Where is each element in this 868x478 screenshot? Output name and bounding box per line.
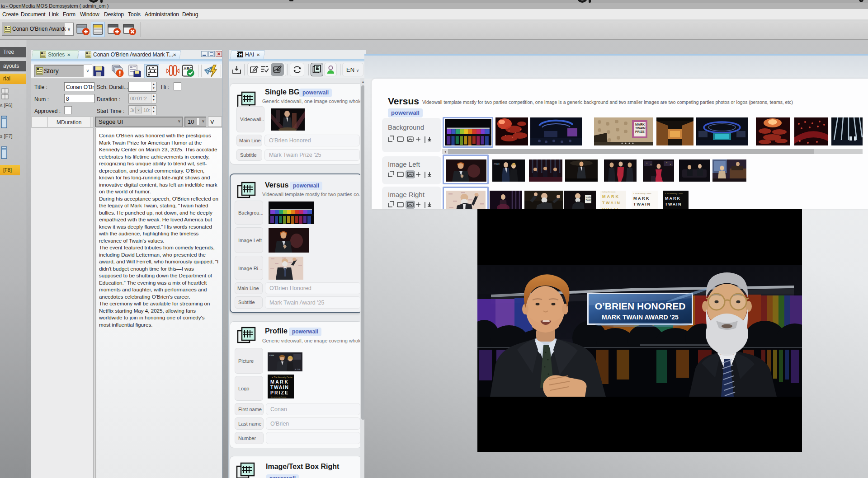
svg-text:MARK: MARK <box>665 196 681 201</box>
svg-text:MARK TWAIN AWARD ’25: MARK TWAIN AWARD ’25 <box>602 314 679 321</box>
svg-text:MARK: MARK <box>270 379 289 384</box>
svg-text:marking the season: marking the season <box>602 191 616 193</box>
svg-text:mux: mux <box>494 162 500 165</box>
svg-text:MARK: MARK <box>586 197 592 199</box>
svg-text:TWAIN: TWAIN <box>635 127 646 130</box>
svg-text:MARK: MARK <box>633 196 650 201</box>
svg-text:TWAIN: TWAIN <box>270 384 289 390</box>
svg-text:H: H <box>239 52 243 57</box>
svg-text:a zua: a zua <box>295 368 300 370</box>
svg-text:TWAIN: TWAIN <box>602 201 621 205</box>
svg-text:TWAIN: TWAIN <box>586 199 592 202</box>
svg-text:for american humor: for american humor <box>271 396 287 398</box>
svg-text:▲ the Kennedy Center: ▲ the Kennedy Center <box>665 192 683 195</box>
svg-text:PRIZE: PRIZE <box>270 390 289 395</box>
svg-text:mux: mux <box>269 354 274 356</box>
svg-text:MARK: MARK <box>602 194 620 199</box>
svg-text:PRIZE: PRIZE <box>635 130 645 133</box>
svg-text:O’BRIEN HONORED: O’BRIEN HONORED <box>595 301 686 311</box>
svg-text:TWAIN: TWAIN <box>633 202 651 206</box>
svg-text:MARK: MARK <box>635 123 645 126</box>
svg-text:▲ The Kennedy Center: ▲ The Kennedy Center <box>271 376 293 379</box>
svg-text:TWAIN: TWAIN <box>665 202 682 206</box>
svg-text:▲ the Kennedy Center: ▲ the Kennedy Center <box>633 192 651 195</box>
